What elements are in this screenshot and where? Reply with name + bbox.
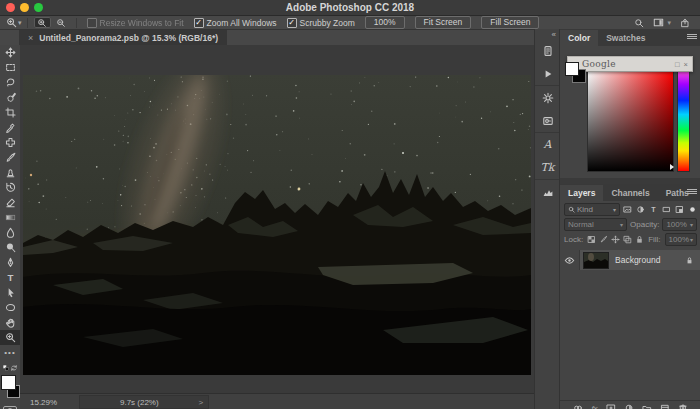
filter-flt-toggle-icon[interactable]	[688, 205, 697, 214]
lock-lk-transparency-icon[interactable]	[587, 235, 596, 244]
title-bar: Adobe Photoshop CC 2018	[0, 0, 700, 16]
chevron-down-icon: ▾	[620, 221, 623, 228]
tab-color[interactable]: Color	[560, 30, 598, 46]
filter-flt-type-icon[interactable]: T	[649, 205, 658, 214]
tool-blur[interactable]	[0, 225, 20, 240]
blend-mode-value: Normal	[568, 220, 594, 229]
app-title: Adobe Photoshop CC 2018	[0, 2, 700, 13]
tool-dodge[interactable]	[0, 240, 20, 255]
dock-histogram-panel-icon[interactable]	[535, 180, 560, 203]
dock-history-panel-icon[interactable]	[535, 39, 560, 62]
tools-panel: T •••	[0, 45, 21, 409]
status-options-chevron[interactable]: >	[198, 398, 203, 407]
minimize-icon[interactable]: □	[675, 60, 680, 69]
swap-colors-icon[interactable]	[10, 364, 18, 372]
foreground-color-swatch[interactable]	[565, 62, 579, 76]
tool-clone-stamp[interactable]	[0, 165, 20, 180]
document-info-field[interactable]: 9.7s (22%) >	[79, 395, 209, 409]
tool-path-selection[interactable]	[0, 285, 20, 300]
color-panel-tabs: Color Swatches	[560, 29, 700, 46]
tool-preset-picker[interactable]: ▾	[6, 17, 22, 28]
tool-lasso[interactable]	[0, 75, 20, 90]
filter-flt-smart-icon[interactable]	[675, 205, 684, 214]
layers-bt-mask-icon[interactable]	[606, 403, 616, 409]
tab-channels[interactable]: Channels	[603, 185, 657, 201]
tool-move[interactable]	[0, 45, 20, 60]
filter-flt-pixel-icon[interactable]	[623, 205, 632, 214]
layers-bt-link-icon[interactable]	[573, 403, 583, 409]
edit-toolbar-button[interactable]: •••	[0, 349, 20, 359]
layer-thumbnail	[583, 252, 609, 269]
layers-bt-trash-icon[interactable]	[678, 403, 688, 409]
default-colors-icon[interactable]	[2, 364, 10, 372]
lock-lk-paint-icon[interactable]	[599, 235, 608, 244]
tool-eyedropper[interactable]	[0, 120, 20, 135]
opacity-label: Opacity:	[630, 220, 659, 229]
lock-lk-all-icon[interactable]	[635, 235, 644, 244]
tool-type[interactable]: T	[0, 270, 20, 285]
filter-flt-shape-icon[interactable]	[662, 205, 671, 214]
zoom-100-button[interactable]: 100%	[365, 16, 405, 29]
tool-spot-healing-brush[interactable]	[0, 135, 20, 150]
tool-gradient[interactable]	[0, 210, 20, 225]
layers-bt-newlayer-icon[interactable]	[660, 403, 670, 409]
tool-pen[interactable]	[0, 255, 20, 270]
dock-glyphs-panel-icon[interactable]: A	[535, 133, 560, 156]
tab-layers[interactable]: Layers	[560, 185, 603, 201]
filter-flt-adjust-icon[interactable]	[636, 205, 645, 214]
tool-history-brush[interactable]	[0, 180, 20, 195]
tool-zoom[interactable]	[0, 330, 20, 345]
zoom-out-button[interactable]	[53, 17, 70, 28]
tool-hand[interactable]	[0, 315, 20, 330]
panel-menu-icon[interactable]	[687, 188, 697, 196]
zoom-level-field[interactable]: 15.29%	[30, 398, 57, 407]
foreground-color-swatch[interactable]	[1, 375, 16, 390]
tab-swatches[interactable]: Swatches	[598, 30, 653, 46]
zoom-all-windows-checkbox[interactable]: ✓ Zoom All Windows	[194, 18, 277, 28]
filter-kind-dropdown[interactable]: Kind ▾	[564, 203, 620, 216]
dock-channel-mixer-panel-icon[interactable]	[535, 109, 560, 133]
fill-screen-button[interactable]: Fill Screen	[481, 16, 539, 29]
photoshop-window: Adobe Photoshop CC 2018 ▾ Resize Windows…	[0, 0, 700, 409]
color-saturation-field[interactable]	[587, 69, 674, 172]
tool-quick-selection[interactable]	[0, 90, 20, 105]
zoom-in-button[interactable]	[34, 17, 51, 28]
tool-eraser[interactable]	[0, 195, 20, 210]
panel-menu-icon[interactable]	[687, 33, 697, 41]
fill-value: 100%	[669, 235, 689, 244]
tool-brush[interactable]	[0, 150, 20, 165]
layer-visibility-toggle[interactable]	[560, 250, 580, 270]
blend-mode-dropdown[interactable]: Normal ▾	[564, 218, 627, 231]
layers-bt-fx-icon[interactable]: fx	[591, 404, 597, 409]
close-icon[interactable]: ×	[684, 60, 688, 69]
scrubby-zoom-checkbox[interactable]: ✓ Scrubby Zoom	[287, 18, 355, 28]
google-window-title: Google	[582, 59, 616, 69]
close-tab-icon[interactable]: ×	[28, 33, 33, 43]
opacity-dropdown[interactable]: 100% ▾	[662, 218, 697, 231]
share-icon[interactable]	[680, 18, 690, 28]
document-tab[interactable]: × Untitled_Panorama2.psb @ 15.3% (RGB/16…	[19, 30, 227, 45]
layers-bt-adjust-icon[interactable]	[624, 403, 634, 409]
lock-lk-position-icon[interactable]	[611, 235, 620, 244]
collapse-dock-button[interactable]: «	[535, 29, 560, 39]
document-canvas-image[interactable]	[23, 75, 531, 375]
hue-slider[interactable]	[677, 69, 690, 172]
resize-windows-checkbox[interactable]: Resize Windows to Fit	[87, 18, 184, 28]
search-icon[interactable]	[634, 18, 644, 28]
dock-tk-panel-icon[interactable]: Tk	[535, 156, 560, 180]
layer-name: Background	[615, 255, 660, 265]
layer-row-background[interactable]: Background	[560, 250, 700, 270]
zoom-tool-icon	[6, 17, 17, 28]
tool-crop[interactable]	[0, 105, 20, 120]
tool-rectangular-marquee[interactable]	[0, 60, 20, 75]
dock-adjustments-panel-icon[interactable]	[535, 86, 560, 109]
dock-actions-panel-icon[interactable]	[535, 62, 560, 86]
workspace-icon[interactable]	[653, 17, 664, 28]
chevron-down-icon: ▾	[690, 236, 693, 243]
tool-ellipse[interactable]	[0, 300, 20, 315]
fit-screen-button[interactable]: Fit Screen	[415, 16, 472, 29]
document-tab-bar: × Untitled_Panorama2.psb @ 15.3% (RGB/16…	[0, 30, 534, 45]
fill-dropdown[interactable]: 100% ▾	[665, 233, 697, 246]
layers-bt-group-icon[interactable]	[642, 403, 652, 409]
lock-lk-artboard-icon[interactable]	[623, 235, 632, 244]
